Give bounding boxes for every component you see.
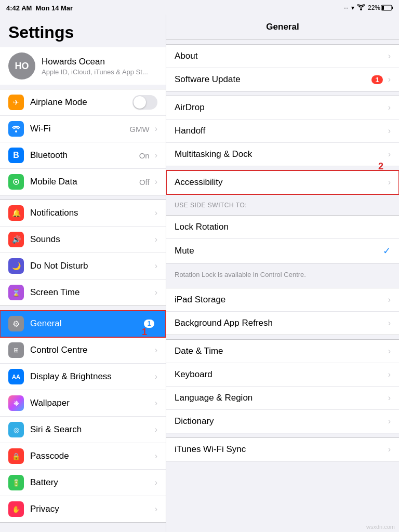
lockrotation-label: Lock Rotation — [175, 222, 391, 232]
sidebar-item-siri[interactable]: ◎ Siri & Search › — [0, 417, 166, 443]
sidebar-item-label-notifications: Notifications — [30, 208, 153, 218]
right-item-ituneswifisync[interactable]: iTunes Wi-Fi Sync › — [166, 438, 399, 461]
right-item-softwareupdate[interactable]: Software Update 1 › — [166, 68, 399, 91]
handoff-label: Handoff — [175, 126, 386, 136]
right-group-accessibility: Accessibility › — [166, 170, 399, 194]
svg-point-4 — [15, 130, 17, 132]
signal-icon — [357, 4, 365, 12]
sidebar-item-bluetooth[interactable]: B Bluetooth On › — [0, 142, 166, 169]
side-switch-section: USE SIDE SWITCH TO: Lock Rotation Mute ✓… — [166, 198, 399, 284]
right-item-backgroundapprefresh[interactable]: Background App Refresh › — [166, 312, 399, 335]
status-icons: ··· ▾ 22% — [343, 4, 393, 12]
right-item-about[interactable]: About › — [166, 45, 399, 68]
softwareupdate-label: Software Update — [175, 74, 371, 85]
sidebar-item-label-display: Display & Brightness — [30, 371, 153, 382]
wifi-settings-icon — [8, 121, 24, 137]
display-icon: AA — [8, 369, 24, 384]
mute-label: Mute — [175, 246, 383, 256]
ipadstorage-label: iPad Storage — [175, 295, 386, 305]
status-time-date: 4:42 AM Mon 14 Mar — [6, 4, 73, 12]
handoff-chevron-icon: › — [388, 126, 391, 136]
status-bar: 4:42 AM Mon 14 Mar ··· ▾ 22% — [0, 0, 399, 15]
sidebar-item-label-mobiledata: Mobile Data — [30, 177, 139, 187]
sidebar-item-donotdisturb[interactable]: 🌙 Do Not Disturb › — [0, 253, 166, 280]
right-item-handoff[interactable]: Handoff › — [166, 119, 399, 143]
keyboard-chevron-icon: › — [388, 370, 391, 379]
sidebar-item-label-screentime: Screen Time — [30, 287, 153, 298]
mobiledata-value: Off — [139, 178, 150, 187]
right-header: General — [166, 15, 399, 40]
sidebar-item-wifi[interactable]: Wi-Fi GMW › — [0, 116, 166, 142]
battery-chevron-icon: › — [155, 478, 157, 487]
right-panel-title: General — [266, 22, 299, 32]
sidebar-item-sounds[interactable]: 🔊 Sounds › — [0, 227, 166, 253]
accessibility-label: Accessibility — [175, 177, 386, 188]
sidebar-item-label-passcode: Passcode — [30, 451, 153, 461]
wallpaper-icon: ❋ — [8, 395, 24, 411]
sounds-chevron-icon: › — [155, 235, 157, 244]
multitasking-chevron-icon: › — [388, 150, 391, 159]
language-label: Language & Region — [175, 393, 386, 403]
sidebar-item-passcode[interactable]: 🔒 Passcode › — [0, 443, 166, 470]
airplane-toggle[interactable] — [132, 95, 157, 110]
sidebar-item-label-wifi: Wi-Fi — [30, 124, 129, 134]
sidebar-item-label-wallpaper: Wallpaper — [30, 398, 153, 408]
sidebar-item-screentime[interactable]: ⌛ Screen Time › — [0, 280, 166, 305]
sidebar-item-general[interactable]: 1 ⚙ General 1 — [0, 311, 166, 337]
notifications-icon: 🔔 — [8, 205, 24, 221]
right-group-about: About › Software Update 1 › — [166, 44, 399, 91]
sidebar-item-label-bluetooth: Bluetooth — [30, 150, 139, 161]
right-item-dictionary[interactable]: Dictionary › — [166, 410, 399, 433]
user-subtitle: Apple ID, iCloud, iTunes & App St... — [42, 68, 148, 76]
svg-point-6 — [15, 181, 17, 183]
sidebar-item-label-general: General — [30, 318, 144, 329]
dictionary-chevron-icon: › — [388, 417, 391, 426]
mobiledata-chevron-icon: › — [155, 177, 157, 187]
avatar: HO — [8, 52, 35, 79]
right-item-lockrotation[interactable]: Lock Rotation — [166, 216, 399, 239]
sidebar-item-label-privacy: Privacy — [30, 504, 153, 514]
right-item-ipadstorage[interactable]: iPad Storage › — [166, 288, 399, 312]
user-info: Howards Ocean Apple ID, iCloud, iTunes &… — [42, 57, 148, 76]
sidebar-item-mobiledata[interactable]: Mobile Data Off › — [0, 169, 166, 195]
user-profile[interactable]: HO Howards Ocean Apple ID, iCloud, iTune… — [0, 47, 166, 85]
right-item-airdrop[interactable]: AirDrop › — [166, 96, 399, 119]
app-body: Settings HO Howards Ocean Apple ID, iClo… — [0, 15, 399, 532]
softwareupdate-badge: 1 — [371, 75, 382, 84]
right-group-airdrop: AirDrop › Handoff › Multitasking & Dock … — [166, 96, 399, 166]
right-item-mute[interactable]: Mute ✓ — [166, 239, 399, 263]
dictionary-label: Dictionary — [175, 416, 386, 427]
svg-point-0 — [360, 8, 362, 10]
sidebar-item-airplane[interactable]: ✈ Airplane Mode — [0, 89, 166, 116]
battery-settings-icon: 🔋 — [8, 475, 24, 490]
bluetooth-chevron-icon: › — [155, 151, 157, 160]
sidebar-item-privacy[interactable]: ✋ Privacy › — [0, 496, 166, 522]
right-item-language[interactable]: Language & Region › — [166, 387, 399, 410]
datetime-label: Date & Time — [175, 346, 386, 356]
display-chevron-icon: › — [155, 372, 157, 381]
sidebar-group-general: 1 ⚙ General 1 ⊞ Control Centre › AA Disp… — [0, 310, 166, 523]
right-item-datetime[interactable]: Date & Time › — [166, 340, 399, 363]
sidebar-item-battery[interactable]: 🔋 Battery › — [0, 470, 166, 496]
accessibility-section: 2 Accessibility › — [166, 170, 399, 194]
ipadstorage-chevron-icon: › — [388, 295, 391, 304]
watermark: wsxdn.com — [366, 524, 395, 530]
wifi-value: GMW — [129, 125, 149, 134]
sidebar-item-display[interactable]: AA Display & Brightness › — [0, 364, 166, 390]
sidebar-item-controlcentre[interactable]: ⊞ Control Centre › — [0, 337, 166, 364]
right-item-accessibility[interactable]: Accessibility › — [166, 171, 399, 194]
keyboard-label: Keyboard — [175, 369, 386, 380]
right-item-multitasking[interactable]: Multitasking & Dock › — [166, 143, 399, 166]
sidebar-item-notifications[interactable]: 🔔 Notifications › — [0, 200, 166, 227]
notifications-chevron-icon: › — [155, 208, 157, 218]
dots-icon: ··· — [343, 4, 349, 11]
sidebar-item-label-airplane: Airplane Mode — [30, 97, 132, 108]
sidebar: Settings HO Howards Ocean Apple ID, iClo… — [0, 15, 166, 532]
wifi-icon: ▾ — [351, 4, 354, 11]
right-panel: General About › Software Update 1 › AirD… — [166, 15, 399, 532]
right-item-keyboard[interactable]: Keyboard › — [166, 363, 399, 387]
sidebar-item-label-sounds: Sounds — [30, 234, 153, 245]
about-chevron-icon: › — [388, 51, 391, 61]
right-group-datetime: Date & Time › Keyboard › Language & Regi… — [166, 339, 399, 433]
sidebar-item-wallpaper[interactable]: ❋ Wallpaper › — [0, 390, 166, 417]
